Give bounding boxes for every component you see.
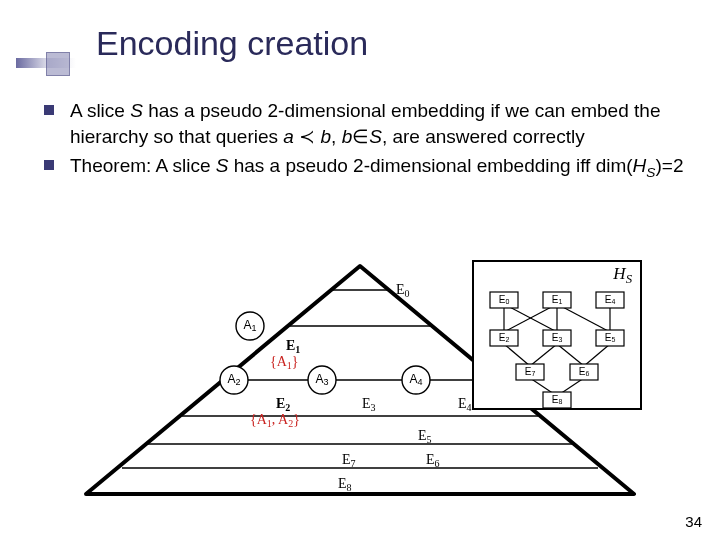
svg-line-32	[530, 344, 557, 366]
bullet-2-text: Theorem: A slice S has a pseudo 2-dimens…	[70, 155, 683, 176]
hs-diagram: E0 E1 E4 E2 E3 E5 E7 E6 E8	[474, 282, 640, 410]
title-area: Encoding creation	[0, 10, 720, 70]
var-S: S	[216, 155, 229, 176]
hs-edges	[504, 304, 610, 396]
bullet-1-text: A slice S has a pseudo 2-dimensional emb…	[70, 100, 660, 147]
var-a: a	[283, 126, 294, 147]
var-b: b	[342, 126, 353, 147]
bullet-marker-icon	[44, 105, 54, 115]
svg-line-34	[584, 344, 610, 366]
title-decoration-square	[46, 52, 70, 76]
svg-text:{A1, A2}: {A1, A2}	[250, 412, 300, 429]
hs-diagram-box: HS	[472, 260, 642, 410]
op-prec: ≺	[294, 126, 321, 147]
svg-text:E4: E4	[458, 396, 472, 413]
slide: Encoding creation A slice S has a pseudo…	[0, 0, 720, 540]
t: A slice	[70, 100, 130, 121]
slide-title: Encoding creation	[96, 24, 368, 63]
svg-text:E8: E8	[338, 476, 352, 493]
t: )=2	[655, 155, 683, 176]
op-in: ∈	[352, 126, 369, 147]
svg-text:E2: E2	[276, 396, 290, 413]
t: Theorem: A slice	[70, 155, 216, 176]
svg-text:E1: E1	[286, 338, 300, 355]
svg-line-33	[557, 344, 584, 366]
var-S: S	[369, 126, 382, 147]
svg-text:E5: E5	[418, 428, 432, 445]
svg-line-31	[504, 344, 530, 366]
bullet-2: Theorem: A slice S has a pseudo 2-dimens…	[44, 153, 684, 182]
svg-text:E6: E6	[426, 452, 440, 469]
page-number: 34	[685, 513, 702, 530]
svg-text:{A1}: {A1}	[270, 354, 299, 371]
svg-text:E0: E0	[396, 282, 410, 299]
svg-text:E3: E3	[362, 396, 376, 413]
t: has a pseudo 2-dimensional embedding iff…	[228, 155, 632, 176]
var-H: H	[613, 264, 625, 283]
svg-text:E7: E7	[342, 452, 356, 469]
bullet-marker-icon	[44, 160, 54, 170]
t: , are answered correctly	[382, 126, 585, 147]
var-S: S	[130, 100, 143, 121]
var-H: H	[633, 155, 647, 176]
t: ,	[331, 126, 342, 147]
bullet-list: A slice S has a pseudo 2-dimensional emb…	[44, 98, 684, 187]
bullet-1: A slice S has a pseudo 2-dimensional emb…	[44, 98, 684, 149]
figure: A1 A2 A3 A4 E0 E1 {A1} E2 {A1, A2} E3 E4…	[78, 260, 642, 528]
var-b: b	[320, 126, 331, 147]
